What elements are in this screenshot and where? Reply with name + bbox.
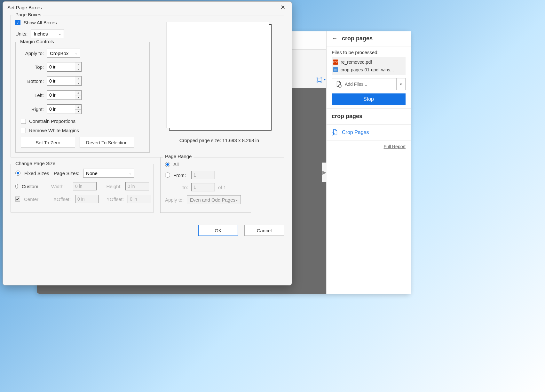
crop-pages-link[interactable]: Crop Pages bbox=[327, 124, 411, 140]
crop-pages-label: Crop Pages bbox=[342, 130, 369, 135]
cropped-size-label: Cropped page size: 11.693 x 8.268 in bbox=[179, 138, 259, 143]
bottom-label: Bottom: bbox=[21, 78, 44, 84]
file-name: crop-pages-01-updf-wins... bbox=[341, 67, 394, 72]
top-input[interactable] bbox=[47, 62, 75, 71]
height-label: Height: bbox=[100, 184, 122, 189]
image-icon: ◫ bbox=[333, 67, 338, 72]
page-range-fieldset: Page Range All From: To: of 1 Apply to: bbox=[160, 157, 251, 213]
stop-button[interactable]: Stop bbox=[332, 93, 406, 105]
constrain-label: Constrain Proportions bbox=[29, 118, 75, 124]
xoffset-input bbox=[75, 195, 99, 203]
custom-radio[interactable] bbox=[15, 184, 18, 189]
revert-to-selection-button[interactable]: Revert To Selection bbox=[80, 137, 134, 148]
from-radio[interactable] bbox=[165, 172, 170, 178]
left-spinner[interactable]: ▲▼ bbox=[47, 90, 82, 100]
file-name: re_removed.pdf bbox=[341, 60, 372, 65]
file-item[interactable]: ◫ crop-pages-01-updf-wins... bbox=[332, 66, 405, 74]
fieldset-legend: Page Range bbox=[163, 154, 194, 159]
fieldset-legend: Margin Controls bbox=[18, 39, 56, 44]
bottom-spinner[interactable]: ▲▼ bbox=[47, 76, 82, 86]
full-report-link[interactable]: Full Report bbox=[327, 140, 411, 152]
spin-down[interactable]: ▼ bbox=[75, 81, 81, 86]
back-arrow-icon[interactable]: ← bbox=[332, 35, 337, 42]
fixed-sizes-radio[interactable] bbox=[15, 171, 20, 176]
yoffset-input bbox=[128, 195, 151, 203]
spin-up[interactable]: ▲ bbox=[75, 76, 81, 81]
page-preview bbox=[167, 22, 272, 131]
to-input bbox=[191, 183, 215, 191]
close-icon[interactable]: ✕ bbox=[278, 3, 287, 12]
top-label: Top: bbox=[21, 64, 44, 70]
top-spinner[interactable]: ▲▼ bbox=[47, 62, 82, 72]
file-item[interactable]: PDF re_removed.pdf bbox=[332, 58, 405, 66]
crop-icon bbox=[332, 129, 339, 136]
right-spinner[interactable]: ▲▼ bbox=[47, 104, 82, 114]
cancel-button[interactable]: Cancel bbox=[244, 225, 284, 236]
height-input bbox=[125, 182, 149, 190]
ok-button[interactable]: OK bbox=[198, 225, 238, 236]
fieldset-legend: Change Page Size bbox=[13, 161, 57, 166]
files-label: Files to be processed: bbox=[332, 50, 406, 55]
all-radio[interactable] bbox=[165, 162, 170, 167]
remove-white-label: Remove White Margins bbox=[29, 128, 79, 133]
left-input[interactable] bbox=[47, 91, 75, 100]
from-input bbox=[191, 171, 215, 179]
show-all-boxes-checkbox[interactable]: ✓ bbox=[15, 20, 20, 25]
units-label: Units: bbox=[15, 31, 28, 36]
pr-apply-label: Apply to: bbox=[165, 197, 184, 203]
set-to-zero-button[interactable]: Set To Zero bbox=[21, 137, 75, 148]
right-input[interactable] bbox=[47, 105, 75, 114]
of-label: of 1 bbox=[218, 185, 226, 190]
center-checkbox: ✓ bbox=[15, 196, 20, 202]
page-sizes-select[interactable]: None⌄ bbox=[83, 169, 134, 178]
svg-rect-6 bbox=[318, 78, 321, 81]
all-label: All bbox=[173, 162, 179, 167]
constrain-checkbox[interactable] bbox=[21, 119, 26, 124]
pdf-icon: PDF bbox=[333, 60, 338, 65]
center-label: Center bbox=[24, 196, 50, 202]
fieldset-legend: Page Boxes bbox=[13, 12, 43, 17]
set-page-boxes-dialog: Set Page Boxes ✕ Page Boxes ✓ Show All B… bbox=[3, 1, 292, 285]
page-boxes-fieldset: Page Boxes ✓ Show All Boxes Units: Inche… bbox=[11, 15, 284, 157]
custom-label: Custom bbox=[22, 184, 47, 189]
from-label: From: bbox=[173, 172, 188, 178]
add-files-dropdown[interactable]: ▼ bbox=[396, 78, 405, 90]
units-select[interactable]: Inches⌄ bbox=[31, 29, 64, 38]
add-files-button[interactable]: Add Files... ▼ bbox=[332, 78, 406, 90]
xoffset-label: XOffset: bbox=[53, 196, 71, 202]
width-input bbox=[73, 182, 97, 190]
panel-collapse-handle[interactable]: ▶ bbox=[322, 163, 327, 182]
spin-down[interactable]: ▼ bbox=[75, 109, 81, 114]
scale-icon[interactable]: ▼ bbox=[316, 75, 326, 85]
spin-up[interactable]: ▲ bbox=[75, 62, 81, 67]
fixed-sizes-label: Fixed Sizes bbox=[24, 171, 50, 176]
spin-up[interactable]: ▲ bbox=[75, 91, 81, 95]
panel-title: crop pages bbox=[342, 35, 373, 42]
apply-to-select[interactable]: CropBox⌄ bbox=[47, 49, 80, 58]
panel-section-title: crop pages bbox=[327, 108, 411, 124]
width-label: Width: bbox=[51, 184, 69, 189]
spin-down[interactable]: ▼ bbox=[75, 67, 81, 72]
left-label: Left: bbox=[21, 92, 44, 98]
right-panel: ← crop pages Files to be processed: PDF … bbox=[326, 31, 411, 294]
margin-controls-fieldset: Margin Controls Apply to: CropBox⌄ Top: … bbox=[15, 42, 150, 153]
pr-apply-select: Even and Odd Pages⌄ bbox=[187, 195, 241, 204]
yoffset-label: YOffset: bbox=[103, 196, 124, 202]
spin-up[interactable]: ▲ bbox=[75, 105, 81, 109]
remove-white-checkbox[interactable] bbox=[21, 128, 26, 133]
spin-down[interactable]: ▼ bbox=[75, 95, 81, 100]
show-all-boxes-label: Show All Boxes bbox=[24, 20, 57, 25]
add-file-icon bbox=[335, 81, 342, 88]
right-label: Right: bbox=[21, 107, 44, 112]
change-page-size-fieldset: Change Page Size Fixed Sizes Page Sizes:… bbox=[11, 164, 154, 212]
dialog-title: Set Page Boxes bbox=[7, 5, 42, 10]
to-label: To: bbox=[173, 185, 188, 190]
add-files-label: Add Files... bbox=[345, 82, 367, 87]
page-sizes-label: Page Sizes: bbox=[54, 171, 79, 176]
bottom-input[interactable] bbox=[47, 76, 75, 85]
apply-to-label: Apply to: bbox=[21, 51, 44, 56]
